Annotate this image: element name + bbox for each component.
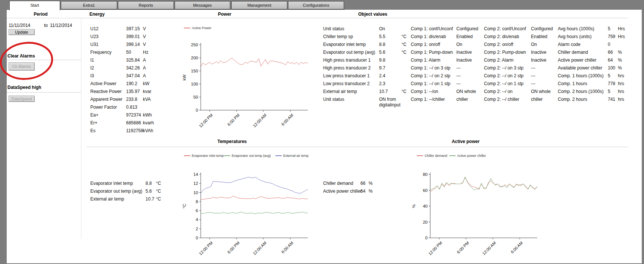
svg-text:6:00 AM: 6:00 AM <box>510 240 523 254</box>
row-value: 8.8 <box>146 180 156 187</box>
row-label: High press transducer 1 <box>323 56 379 64</box>
table-row: Comp 1: --/ on 3 stp--- <box>411 64 483 72</box>
table-row: Frequency50Hz <box>90 49 154 56</box>
row-value: --- <box>531 64 558 72</box>
svg-text:12:00 AM: 12:00 AM <box>252 113 267 128</box>
row-unit <box>401 96 410 103</box>
row-label: Comp 2: --/ chiller <box>484 96 531 103</box>
row-value: 100 <box>608 64 618 72</box>
row-label: Comp 2: Alarm <box>484 56 531 64</box>
svg-text:20: 20 <box>423 220 428 224</box>
row-unit: A <box>143 64 146 72</box>
table-row: Active Power190.2kW <box>90 80 154 88</box>
tab-management[interactable]: Management <box>231 1 287 9</box>
date-range-to[interactable]: 11/12/2014 <box>50 23 72 28</box>
tab-configurations[interactable]: Configurations <box>288 1 344 9</box>
row-unit: °C <box>401 88 410 96</box>
row-unit: hrs <box>618 80 624 88</box>
row-value: 2.4 <box>379 72 401 80</box>
table-row: Comp 2: dis/enabEnabled <box>484 33 558 41</box>
power-chart: Active Power050100150200250kW12:00 PM6:0… <box>160 21 317 134</box>
row-value: 759 <box>608 33 618 41</box>
temperatures-chart-svg: Evaporator inlet tempEvaporator out temp… <box>160 149 317 258</box>
row-value: Configured <box>531 25 558 33</box>
row-label: I3 <box>90 72 126 80</box>
tab-extra1[interactable]: Extra1 <box>61 1 117 9</box>
tab-messages[interactable]: Messages <box>175 1 230 9</box>
dataspeed-button[interactable]: DataSpeed <box>9 96 35 102</box>
table-row: Comp. 1 hours778hrs <box>558 80 625 88</box>
row-unit: °C <box>401 33 410 41</box>
svg-text:6: 6 <box>196 208 198 213</box>
row-unit: kvarh <box>143 119 154 127</box>
active-power-chart: Chiller demandActive power chiller020406… <box>390 149 547 259</box>
svg-text:12:00 AM: 12:00 AM <box>481 240 497 256</box>
row-value: 399.01 <box>126 33 143 41</box>
row-label: Comp 2: --/ on 3 stp <box>484 64 531 72</box>
table-row: I1325.84A <box>90 56 154 64</box>
row-value: On <box>531 41 558 49</box>
row-value: chiller <box>531 96 558 103</box>
row-unit: % <box>369 187 373 195</box>
table-row: Power Factor0.813 <box>90 103 154 111</box>
table-row: Comp 1: conf/UnconfConfigured <box>411 25 483 33</box>
clr-alarms-button[interactable]: Clr Alarms <box>9 62 35 71</box>
row-label: Chiller temp sp <box>323 33 379 41</box>
section-header-power: Power <box>197 12 253 17</box>
row-label: Reactive Power <box>90 88 126 96</box>
table-row: High press transducer 19.8 <box>323 56 410 64</box>
row-value: Enabled <box>456 33 483 41</box>
row-value: 10.7 <box>379 88 401 96</box>
section-header-period: Period <box>13 12 69 17</box>
svg-text:°C: °C <box>182 204 187 208</box>
row-label: Avg hours (1000s) <box>558 25 608 33</box>
svg-text:6:00 AM: 6:00 AM <box>280 240 294 254</box>
svg-text:60: 60 <box>423 188 428 193</box>
update-button[interactable]: Update <box>9 29 35 35</box>
table-row: Comp 1: --/ on 1 stp--- <box>411 80 483 88</box>
svg-text:6:00 PM: 6:00 PM <box>456 240 470 254</box>
tab-reports[interactable]: Reports <box>118 1 174 9</box>
row-value: 778 <box>608 80 618 88</box>
section-header-energy: Energy <box>69 12 125 17</box>
divider <box>7 92 81 93</box>
row-unit <box>401 25 410 33</box>
row-unit: °C <box>401 41 410 49</box>
table-row: U23399.01V <box>90 33 154 41</box>
table-row: Ea+972374kWh <box>90 111 154 119</box>
row-label: Comp 1: Pump-down <box>411 49 456 56</box>
row-value: 50 <box>126 49 143 56</box>
row-value: 9.7 <box>379 64 401 72</box>
tab-start[interactable]: Start <box>9 1 60 10</box>
row-value: 9.8 <box>379 56 401 64</box>
row-label: Comp 2: Pump-down <box>484 49 531 56</box>
table-row: Comp 1: AlarmInactive <box>411 56 483 64</box>
power-chart-svg: Active Power050100150200250kW12:00 PM6:0… <box>160 21 317 133</box>
row-label: High press transducer 2 <box>323 64 379 72</box>
chiller-monitoring-app: Start Extra1 Reports Messages Management… <box>0 0 644 264</box>
object-values-group-hours: Avg hours (1000s)5HrsAvg hours (units)75… <box>558 25 625 103</box>
row-label: Chiller demand <box>558 49 608 56</box>
row-unit: hrs <box>618 88 624 96</box>
table-row: Comp. 1 hours (1000s)5hrs <box>558 72 625 80</box>
object-values-group-comp1: Comp 1: conf/UnconfConfiguredComp 1: dis… <box>411 25 483 103</box>
object-values-group-comp2: Comp 2: conf/UnconfConfiguredComp 2: dis… <box>484 25 558 103</box>
row-unit: V <box>143 25 146 33</box>
date-range-to-label: to <box>44 23 48 28</box>
row-value: --- <box>456 72 483 80</box>
row-value: 66 <box>360 180 369 187</box>
divider <box>87 147 628 147</box>
table-row: Avg hours (1000s)5Hrs <box>558 25 625 33</box>
svg-text:12:00 PM: 12:00 PM <box>198 240 214 256</box>
table-row: Low press transducer 12.4 <box>323 72 410 80</box>
row-label: Active Power <box>90 80 126 88</box>
row-unit: kWh <box>143 111 152 119</box>
svg-text:10: 10 <box>193 190 198 195</box>
active-power-summary: Chiller demand66%Active power chiller64% <box>323 180 373 195</box>
date-range-from[interactable]: 11/11/2014 <box>9 23 30 28</box>
svg-text:12:00 AM: 12:00 AM <box>252 240 267 256</box>
row-value: Inactive <box>456 56 483 64</box>
row-label: Comp 2: conf/Unconf <box>484 25 531 33</box>
energy-table: U12397.15VU23399.01VU31399.14VFrequency5… <box>90 25 154 135</box>
svg-text:80: 80 <box>423 172 428 177</box>
